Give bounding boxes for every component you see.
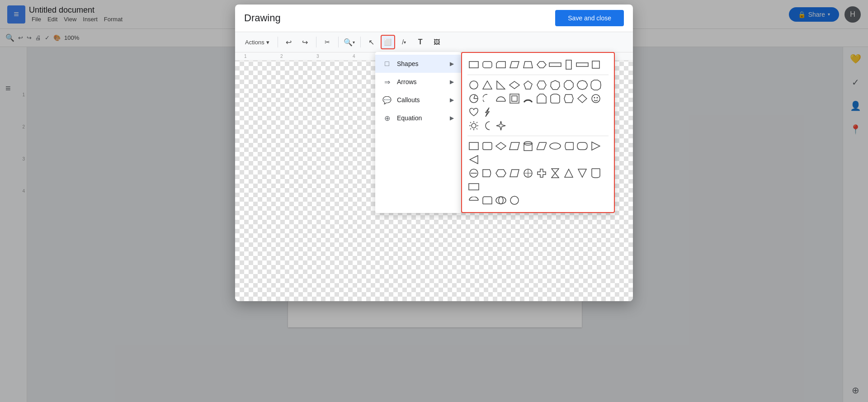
shape-tall-rect[interactable]: [562, 58, 575, 71]
shapes-menu-item-equation[interactable]: ⊕ Equation ▶: [375, 109, 461, 127]
shape-trapezoid[interactable]: [522, 58, 534, 71]
svg-marker-42: [496, 121, 505, 130]
shape-decagon[interactable]: [576, 79, 589, 91]
shape-frame[interactable]: [508, 92, 521, 105]
zoom-chevron: ▾: [353, 40, 355, 45]
svg-point-30: [594, 97, 595, 99]
shape-octagon[interactable]: [562, 79, 575, 91]
shape-plaque[interactable]: [549, 92, 561, 105]
svg-rect-44: [483, 142, 492, 150]
shape-flow-cylinder2[interactable]: [590, 167, 602, 180]
svg-point-68: [510, 196, 519, 204]
shapes-divider-2: [467, 136, 609, 136]
shape-square[interactable]: [590, 58, 602, 71]
svg-rect-24: [510, 94, 519, 103]
shape-flow-chord[interactable]: [495, 194, 507, 207]
shape-flow-wide[interactable]: [467, 180, 480, 193]
shape-oval[interactable]: [549, 140, 561, 152]
shape-wide-rect[interactable]: [549, 58, 561, 71]
shape-flow-triangle[interactable]: [590, 140, 602, 152]
shape-flow-up-triangle[interactable]: [562, 167, 575, 180]
shape-bevel[interactable]: [562, 92, 575, 105]
shape-flow-crosshatch[interactable]: [522, 167, 534, 180]
shape-flow-partial-circle[interactable]: [467, 194, 480, 207]
shape-hexagon[interactable]: [535, 58, 548, 71]
shapes-menu-item-arrows[interactable]: ⇒ Arrows ▶: [375, 73, 461, 91]
shape-inv-triangle[interactable]: [467, 153, 480, 166]
shape-rounded-rect[interactable]: [481, 58, 494, 71]
shapes-menu-item-callouts[interactable]: 💬 Callouts ▶: [375, 91, 461, 109]
shape-flow-input[interactable]: [535, 140, 548, 152]
shape-heptagon[interactable]: [549, 79, 561, 91]
shape-wide-rect2[interactable]: [576, 58, 589, 71]
shape-rhombus[interactable]: [508, 79, 521, 91]
shape-flow-parallelogram[interactable]: [508, 140, 521, 152]
text-tool-button[interactable]: T: [413, 35, 428, 49]
shape-arc[interactable]: [481, 92, 494, 105]
shape-flow-delay[interactable]: [481, 167, 494, 180]
shape-flow-plus[interactable]: [535, 167, 548, 180]
svg-point-10: [470, 81, 478, 89]
shape-snip-rect2[interactable]: [535, 92, 548, 105]
select-button[interactable]: ✂: [320, 35, 335, 49]
shape-flow-process[interactable]: [467, 140, 480, 152]
line-tool-button[interactable]: / ▾: [397, 35, 411, 49]
shape-half-circle[interactable]: [495, 92, 507, 105]
shape-diagonal-rect[interactable]: [576, 92, 589, 105]
shape-flow-decision[interactable]: [495, 140, 507, 152]
svg-marker-15: [537, 81, 546, 89]
svg-rect-64: [469, 184, 479, 190]
shape-rectangle[interactable]: [467, 58, 480, 71]
svg-marker-52: [470, 156, 478, 164]
svg-marker-4: [524, 61, 533, 68]
image-tool-button[interactable]: 🖼: [429, 35, 444, 49]
shape-triangle[interactable]: [481, 79, 494, 91]
shape-snip-rect[interactable]: [495, 58, 507, 71]
actions-button[interactable]: Actions ▾: [241, 36, 274, 48]
shape-parallelogram[interactable]: [508, 58, 521, 71]
shape-hexagon2[interactable]: [535, 79, 548, 91]
shape-right-triangle[interactable]: [495, 79, 507, 91]
svg-marker-16: [551, 80, 560, 90]
svg-marker-11: [483, 81, 492, 89]
redo-icon: ↪: [302, 38, 308, 47]
redo-button[interactable]: ↪: [298, 35, 312, 49]
shape-dodecagon[interactable]: [590, 79, 602, 91]
shape-flow-tab[interactable]: [481, 194, 494, 207]
shape-flow-cylinder[interactable]: [522, 140, 534, 152]
shapes-menu-item-shapes[interactable]: □ Shapes ▶: [375, 55, 461, 73]
cursor-button[interactable]: ↖: [364, 35, 379, 49]
shape-flow-alt-process[interactable]: [481, 140, 494, 152]
shape-heart[interactable]: [467, 106, 480, 118]
shape-moon[interactable]: [481, 119, 494, 132]
save-and-close-button[interactable]: Save and close: [555, 10, 624, 26]
shape-flow-down-triangle[interactable]: [576, 167, 589, 180]
svg-marker-26: [537, 94, 546, 103]
shape-flow-data2[interactable]: [508, 167, 521, 180]
shape-flow-circle[interactable]: [508, 194, 521, 207]
shape-lightning[interactable]: [481, 106, 494, 118]
shapes-menu-equation-icon: ⊕: [382, 114, 392, 123]
shape-flow-preparation[interactable]: [495, 167, 507, 180]
shape-flow-hourglass[interactable]: [549, 167, 561, 180]
svg-point-50: [550, 143, 561, 149]
shape-flow-data[interactable]: [562, 140, 575, 152]
shapes-grid-row6: [467, 167, 609, 193]
shapes-tool-button[interactable]: ⬜: [381, 35, 395, 49]
shape-block-arc[interactable]: [522, 92, 534, 105]
svg-marker-55: [496, 170, 506, 177]
shape-pentagon[interactable]: [522, 79, 534, 91]
shapes-menu-arrows-icon: ⇒: [382, 77, 392, 86]
zoom-button[interactable]: 🔍 ▾: [342, 35, 357, 49]
shapes-menu-arrows-label: Arrows: [397, 78, 417, 85]
shape-circle[interactable]: [467, 79, 480, 91]
shape-pie[interactable]: [467, 92, 480, 105]
shape-flow-terminator[interactable]: [576, 140, 589, 152]
shape-star4[interactable]: [495, 119, 507, 132]
shape-smiley[interactable]: [590, 92, 602, 105]
separator-1: [278, 37, 278, 47]
shapes-menu-callouts-icon: 💬: [382, 95, 392, 104]
shape-flow-no-symbol[interactable]: [467, 167, 480, 180]
shape-sun[interactable]: [467, 119, 480, 132]
undo-button[interactable]: ↩: [282, 35, 296, 49]
